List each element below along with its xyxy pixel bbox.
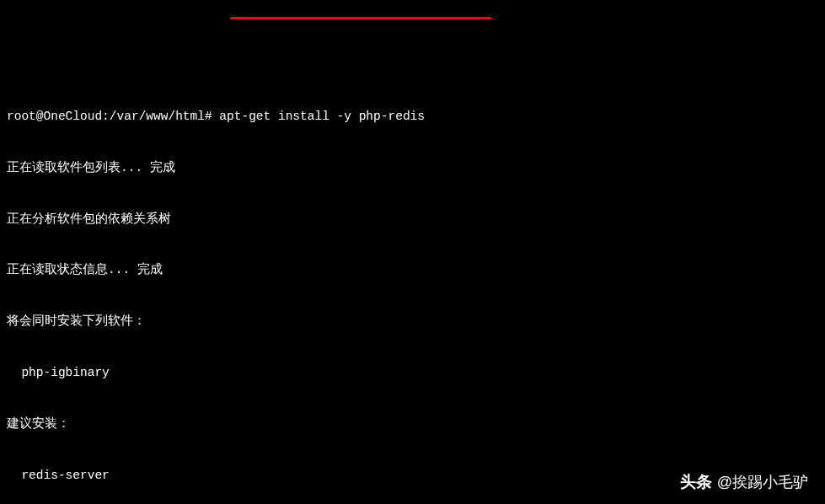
watermark: 头条 @挨踢小毛驴 xyxy=(680,471,808,494)
terminal-line: 将会同时安装下列软件： xyxy=(7,313,818,330)
terminal-line: 正在分析软件包的依赖关系树 xyxy=(7,211,818,228)
terminal-line: root@OneCloud:/var/www/html# apt-get ins… xyxy=(7,108,818,125)
terminal-line: 建议安装： xyxy=(7,416,818,432)
terminal-line: 正在读取状态信息... 完成 xyxy=(7,261,818,278)
annotation-underline xyxy=(230,17,491,19)
watermark-label: 头条 xyxy=(680,471,712,494)
terminal-line: php-igbinary xyxy=(7,364,818,381)
terminal-line: 正在读取软件包列表... 完成 xyxy=(7,159,818,176)
watermark-handle: @挨踢小毛驴 xyxy=(717,472,808,493)
terminal-output[interactable]: root@OneCloud:/var/www/html# apt-get ins… xyxy=(7,73,818,504)
